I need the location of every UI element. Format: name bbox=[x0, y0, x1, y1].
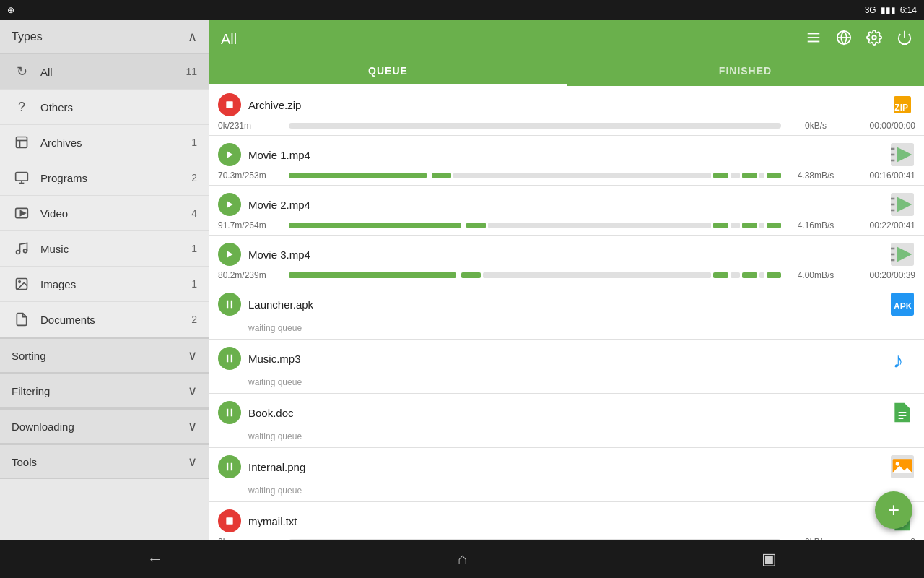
tab-queue[interactable]: QUEUE bbox=[209, 58, 567, 86]
stop-button[interactable] bbox=[218, 93, 241, 116]
page-title: All bbox=[221, 31, 806, 48]
sorting-chevron-icon: ∨ bbox=[188, 348, 197, 363]
sorting-section[interactable]: Sorting ∨ bbox=[0, 337, 209, 373]
svg-rect-48 bbox=[227, 409, 228, 417]
pause-button[interactable] bbox=[218, 293, 241, 316]
progress-bar bbox=[289, 539, 781, 540]
sidebar-item-programs-count: 2 bbox=[183, 172, 197, 184]
download-item: Movie 1.mp4 70.3m/253m 4.38mB/s 00:16/00… bbox=[209, 136, 924, 186]
tools-section[interactable]: Tools ∨ bbox=[0, 444, 209, 479]
back-button[interactable]: ← bbox=[147, 550, 163, 569]
documents-icon bbox=[12, 309, 32, 329]
music-icon bbox=[12, 238, 32, 259]
downloading-section[interactable]: Downloading ∨ bbox=[0, 408, 209, 444]
progress-row: 0k/231m 0kB/s 00:00/00:00 bbox=[218, 121, 915, 131]
sidebar-item-documents[interactable]: Documents 2 bbox=[0, 302, 209, 337]
download-filename: Movie 1.mp4 bbox=[248, 149, 885, 161]
others-icon: ? bbox=[12, 97, 32, 117]
play-button[interactable] bbox=[218, 143, 241, 166]
download-item-header: Movie 2.mp4 bbox=[218, 191, 915, 217]
download-item: Archive.zip ZIP 0k/231m 0kB/s 00:00/00:0… bbox=[209, 86, 924, 136]
progress-row: 91.7m/264m 4.16mB/s 00:22/00:41 bbox=[218, 220, 915, 230]
add-download-button[interactable]: + bbox=[875, 491, 912, 529]
download-item: Movie 2.mp4 91.7m/264m 4.16mB/s 00:22/00… bbox=[209, 186, 924, 236]
download-item-header: mymail.txt bbox=[218, 508, 915, 534]
types-label: Types bbox=[12, 30, 43, 43]
sidebar-item-others[interactable]: ? Others bbox=[0, 90, 209, 125]
sidebar-item-archives[interactable]: Archives 1 bbox=[0, 125, 209, 160]
file-type-icon bbox=[889, 142, 915, 168]
sidebar-item-all[interactable]: ↻ All 11 bbox=[0, 54, 209, 90]
svg-marker-28 bbox=[227, 201, 233, 207]
svg-rect-49 bbox=[231, 409, 232, 417]
sidebar-item-video[interactable]: Video 4 bbox=[0, 196, 209, 231]
download-item-header: Archive.zip ZIP bbox=[218, 92, 915, 118]
refresh-icon: ↻ bbox=[12, 61, 32, 82]
svg-rect-45 bbox=[231, 355, 232, 363]
sidebar-item-archives-count: 1 bbox=[183, 137, 197, 148]
download-item: Book.doc waiting queue bbox=[209, 394, 924, 448]
settings-icon[interactable] bbox=[866, 30, 882, 49]
svg-text:APK: APK bbox=[894, 301, 912, 311]
archives-icon bbox=[12, 132, 32, 152]
download-filename: Book.doc bbox=[248, 407, 885, 419]
download-item-header: Music.mp3 ♪ bbox=[218, 345, 915, 371]
programs-icon bbox=[12, 168, 32, 188]
main-wrapper: Types ∧ ↻ All 11 ? Others Archives 1 bbox=[0, 20, 924, 540]
tab-finished[interactable]: FINISHED bbox=[567, 58, 924, 86]
top-bar: All bbox=[209, 20, 924, 58]
play-button[interactable] bbox=[218, 193, 241, 216]
download-item: mymail.txt 0k 0kB/s 0 bbox=[209, 502, 924, 540]
svg-marker-22 bbox=[227, 151, 233, 158]
file-type-icon bbox=[889, 400, 915, 426]
progress-speed: 4.16mB/s bbox=[787, 220, 845, 230]
globe-icon[interactable] bbox=[836, 30, 852, 49]
progress-time: 00:22/00:41 bbox=[850, 220, 915, 230]
power-icon[interactable] bbox=[897, 30, 912, 49]
svg-rect-54 bbox=[227, 463, 228, 471]
stop-button[interactable] bbox=[218, 509, 241, 532]
progress-speed: 4.38mB/s bbox=[787, 171, 845, 181]
download-item-header: Movie 1.mp4 bbox=[218, 142, 915, 168]
signal-icon: 3G bbox=[865, 5, 876, 15]
svg-point-9 bbox=[24, 249, 27, 253]
pause-button[interactable] bbox=[218, 455, 241, 478]
types-header[interactable]: Types ∧ bbox=[0, 20, 209, 54]
sidebar-item-images-label: Images bbox=[40, 278, 183, 290]
home-button[interactable]: ⌂ bbox=[458, 550, 467, 569]
svg-rect-55 bbox=[231, 463, 232, 471]
sidebar: Types ∧ ↻ All 11 ? Others Archives 1 bbox=[0, 20, 209, 540]
list-icon[interactable] bbox=[806, 30, 821, 49]
sidebar-item-programs[interactable]: Programs 2 bbox=[0, 160, 209, 196]
play-button[interactable] bbox=[218, 243, 241, 266]
download-item-header: Internal.png bbox=[218, 454, 915, 480]
filtering-label: Filtering bbox=[12, 385, 50, 397]
recent-button[interactable]: ▣ bbox=[762, 550, 777, 569]
waiting-queue-text: waiting queue bbox=[218, 374, 915, 389]
pause-button[interactable] bbox=[218, 347, 241, 370]
status-bar-left: ⊕ bbox=[7, 5, 14, 15]
pause-button[interactable] bbox=[218, 401, 241, 424]
svg-point-11 bbox=[19, 281, 20, 283]
top-bar-icons bbox=[806, 30, 912, 49]
progress-bar bbox=[289, 123, 781, 129]
filtering-section[interactable]: Filtering ∨ bbox=[0, 373, 209, 408]
add-icon: + bbox=[888, 499, 899, 522]
sidebar-item-music[interactable]: Music 1 bbox=[0, 231, 209, 267]
sidebar-item-images[interactable]: Images 1 bbox=[0, 267, 209, 302]
tools-chevron-icon: ∨ bbox=[188, 454, 197, 470]
download-filename: Movie 2.mp4 bbox=[248, 199, 885, 211]
sidebar-item-documents-count: 2 bbox=[183, 314, 197, 325]
download-filename: Launcher.apk bbox=[248, 298, 885, 311]
download-item: Launcher.apk APK waiting queue bbox=[209, 285, 924, 340]
tabs-bar: QUEUE FINISHED bbox=[209, 58, 924, 86]
progress-size: 91.7m/264m bbox=[218, 220, 283, 230]
sidebar-item-programs-label: Programs bbox=[40, 172, 183, 184]
sidebar-item-music-label: Music bbox=[40, 243, 183, 255]
progress-row: 70.3m/253m 4.38mB/s 00:16/00:41 bbox=[218, 171, 915, 181]
progress-row: 80.2m/239m 4.00mB/s 00:20/00:39 bbox=[218, 270, 915, 280]
sidebar-item-others-label: Others bbox=[40, 101, 183, 113]
sidebar-item-video-label: Video bbox=[40, 207, 183, 220]
downloading-label: Downloading bbox=[12, 420, 74, 433]
images-icon bbox=[12, 274, 32, 294]
